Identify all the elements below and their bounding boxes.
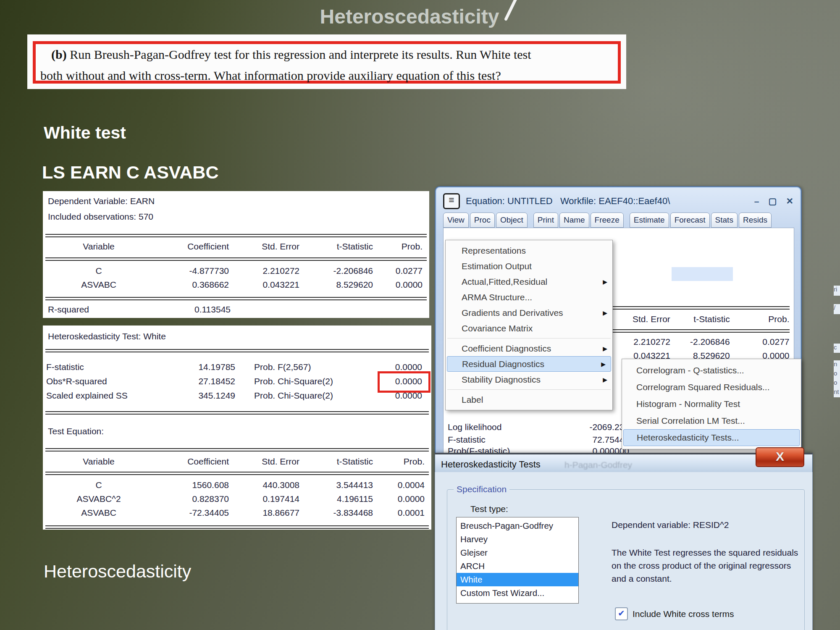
menu-item-actual-fitted-residual[interactable]: Actual,Fitted,Residual▶ xyxy=(446,274,612,289)
list-item-arch[interactable]: ARCH xyxy=(457,559,578,573)
submenu-item-histogram-normality[interactable]: Histogram - Normality Test xyxy=(622,396,801,412)
stat-value: 27.18452 xyxy=(172,374,235,388)
dialog-title: Heteroskedasticity Tests xyxy=(441,459,541,470)
table-row: ASVABC^2 0.828370 0.197414 4.196115 0.00… xyxy=(46,494,428,504)
menu-item-stability-diagnostics[interactable]: Stability Diagnostics▶ xyxy=(446,372,612,387)
menu-item-representations[interactable]: Representations xyxy=(446,243,612,258)
list-item-custom-test-wizard[interactable]: Custom Test Wizard... xyxy=(457,586,578,600)
cell-std-error: 2.210272 xyxy=(611,337,670,347)
menu-item-arma-structure[interactable]: ARMA Structure... xyxy=(446,289,612,305)
header-variable: Variable xyxy=(46,457,151,467)
list-item-harvey[interactable]: Harvey xyxy=(457,533,578,546)
toolbar-stats-button[interactable]: Stats xyxy=(711,213,738,228)
list-item-breusch-pagan-godfrey[interactable]: Breusch-Pagan-Godfrey xyxy=(457,519,578,533)
header-variable: Variable xyxy=(46,242,151,252)
header-std-error: Std. Error xyxy=(229,242,299,252)
header-std-error: Std. Error xyxy=(611,314,670,324)
cell-t-statistic: 3.544413 xyxy=(299,480,373,490)
question-text-1: Run Breush-Pagan-Godfrey test for this r… xyxy=(67,47,531,61)
table-header-row: Variable Coefficient Std. Error t-Statis… xyxy=(46,457,428,467)
menu-item-coefficient-diagnostics[interactable]: Coefficient Diagnostics▶ xyxy=(446,341,612,356)
divider xyxy=(45,472,429,475)
toolbar-print-button[interactable]: Print xyxy=(533,213,558,228)
toolbar-resids-button[interactable]: Resids xyxy=(739,213,772,228)
header-t-statistic: t-Statistic xyxy=(299,457,373,467)
menu-item-label: Residual Diagnostics xyxy=(462,359,544,369)
check-icon: ✔ xyxy=(618,609,625,618)
bottom-heading: Heteroscedasticity xyxy=(44,561,191,582)
toolbar-forecast-button[interactable]: Forecast xyxy=(670,213,710,228)
dialog-close-button[interactable]: X xyxy=(756,447,804,467)
header-coefficient: Coefficient xyxy=(151,242,229,252)
table-row: C 1560.608 440.3008 3.544413 0.0004 xyxy=(46,480,428,490)
toolbar-object-button[interactable]: Object xyxy=(496,213,528,228)
eviews-window-title: Equation: UNTITLED Workfile: EAEF40::Eae… xyxy=(466,196,670,207)
stat-prob-label: Prob. F(2,567) xyxy=(254,360,376,374)
submenu-arrow-icon: ▶ xyxy=(601,357,606,372)
cell-std-error: 18.86677 xyxy=(229,508,299,518)
cell-coefficient: -72.34405 xyxy=(151,508,229,518)
toolbar-estimate-button[interactable]: Estimate xyxy=(630,213,669,228)
table-row: C -4.877730 2.210272 -2.206846 0.0277 xyxy=(46,266,426,276)
cell-std-error: 0.197414 xyxy=(229,494,299,504)
stat-label: F-statistic xyxy=(448,435,545,445)
edge-fragment: n xyxy=(834,360,840,370)
stat-prob-label: Prob. Chi-Square(2) xyxy=(254,388,376,403)
stat-value: -2069.231 xyxy=(545,422,629,432)
submenu-arrow-icon: ▶ xyxy=(603,341,607,357)
submenu-arrow-icon: ▶ xyxy=(603,305,607,321)
edge-fragment: nt xyxy=(834,388,840,397)
divider xyxy=(45,525,429,529)
summary-stat-row: F-statistic 72.75442 xyxy=(448,435,629,445)
list-item-glejser[interactable]: Glejser xyxy=(457,546,578,559)
white-test-heading: White test xyxy=(44,123,126,143)
eviews-toolbar: View Proc Object Print Name Freeze Estim… xyxy=(443,213,793,228)
menu-item-residual-diagnostics[interactable]: Residual Diagnostics▶ xyxy=(447,356,611,372)
system-menu-icon[interactable]: ≡ xyxy=(443,193,460,209)
menu-item-label: Stability Diagnostics xyxy=(462,375,541,384)
cell-variable: ASVABC xyxy=(46,508,151,518)
divider xyxy=(611,306,790,310)
menu-item-label-entry[interactable]: Label xyxy=(446,392,612,407)
cell-prob: 0.0004 xyxy=(373,480,428,490)
cell-t-statistic: 4.196115 xyxy=(299,494,373,504)
submenu-item-heteroskedasticity-tests[interactable]: Heteroskedasticity Tests... xyxy=(623,429,800,446)
toolbar-proc-button[interactable]: Proc xyxy=(470,213,495,228)
header-prob: Prob. xyxy=(373,457,428,467)
eviews-titlebar[interactable]: ≡ Equation: UNTITLED Workfile: EAEF40::E… xyxy=(443,193,793,210)
divider xyxy=(45,349,429,352)
r-squared-row: R-squared 0.113545 xyxy=(46,304,426,315)
divider xyxy=(45,257,427,261)
divider xyxy=(45,448,429,452)
toolbar-freeze-button[interactable]: Freeze xyxy=(591,213,624,228)
checkbox-checked[interactable]: ✔ xyxy=(615,607,628,620)
residual-diagnostics-submenu: Correlogram - Q-statistics... Correlogra… xyxy=(622,359,801,449)
dependent-variable-text: Dependent variable: RESID^2 xyxy=(612,520,729,530)
stat-row: F-statistic 14.19785 Prob. F(2,567) 0.00… xyxy=(46,360,428,374)
maximize-icon[interactable]: ▢ xyxy=(769,196,777,206)
minimize-icon[interactable]: – xyxy=(754,196,759,206)
divider xyxy=(45,234,427,237)
submenu-item-serial-correlation[interactable]: Serial Correlation LM Test... xyxy=(622,412,801,429)
menu-item-estimation-output[interactable]: Estimation Output xyxy=(446,258,612,274)
menu-separator xyxy=(447,338,611,339)
header-t-statistic: t-Statistic xyxy=(299,242,373,252)
white-test-panel: Heteroskedasticity Test: White F-statist… xyxy=(43,326,431,530)
question-line-2: both without and with cross-term. What i… xyxy=(40,68,501,83)
toolbar-name-button[interactable]: Name xyxy=(559,213,589,228)
cell-std-error: 440.3008 xyxy=(229,480,299,490)
submenu-item-correlogram-q[interactable]: Correlogram - Q-statistics... xyxy=(622,362,801,379)
test-type-listbox[interactable]: Breusch-Pagan-Godfrey Harvey Glejser ARC… xyxy=(456,517,579,604)
cell-prob: 0.0000 xyxy=(373,280,426,290)
menu-item-covariance-matrix[interactable]: Covariance Matrix xyxy=(446,320,612,336)
list-item-white-selected[interactable]: White xyxy=(457,573,578,586)
close-icon[interactable]: ✕ xyxy=(786,196,793,206)
cell-prob: 0.0277 xyxy=(373,266,426,276)
submenu-item-correlogram-squared[interactable]: Correlogram Squared Residuals... xyxy=(622,379,801,396)
cell-variable: ASVABC^2 xyxy=(46,494,151,504)
toolbar-view-button[interactable]: View xyxy=(443,213,469,228)
menu-item-gradients-derivatives[interactable]: Gradients and Derivatives▶ xyxy=(446,305,612,320)
cell-variable: C xyxy=(46,266,151,276)
stat-row: Obs*R-squared 27.18452 Prob. Chi-Square(… xyxy=(46,374,428,388)
r-squared-value: 0.113545 xyxy=(153,304,231,315)
